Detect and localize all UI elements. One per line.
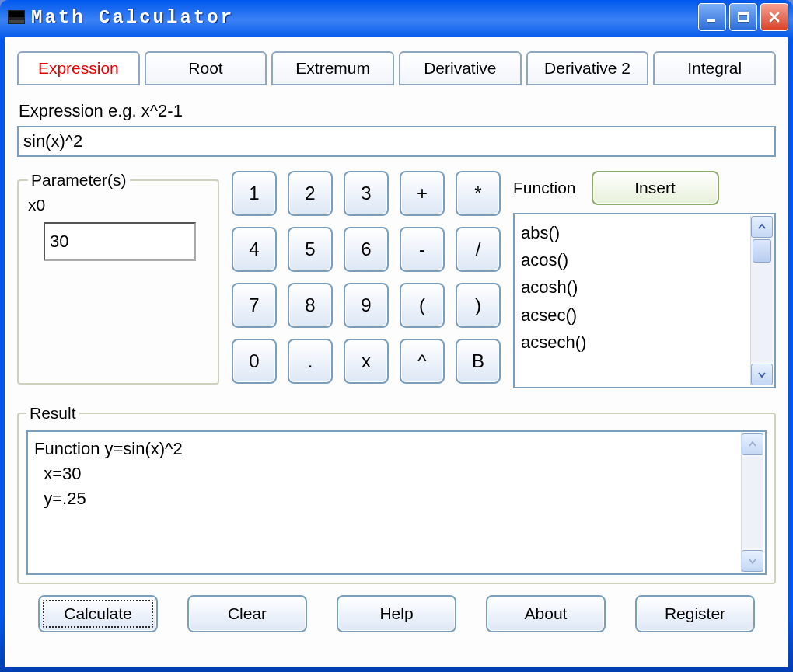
list-item[interactable]: acsec() [521, 301, 768, 329]
parameters-legend: Parameter(s) [28, 171, 130, 190]
tab-bar: ExpressionRootExtremumDerivativeDerivati… [17, 51, 776, 85]
key-1[interactable]: 1 [232, 171, 277, 216]
titlebar[interactable]: Math Calculator [0, 0, 793, 34]
keypad: 123+*456-/789()0.x^B [232, 171, 501, 388]
list-item[interactable]: acsech() [521, 329, 768, 356]
window-title: Math Calculator [31, 7, 698, 28]
x0-input[interactable] [44, 222, 196, 261]
key-5[interactable]: 5 [288, 227, 333, 272]
insert-button[interactable]: Insert [592, 171, 719, 205]
app-icon [8, 10, 25, 24]
key--[interactable]: - [400, 227, 445, 272]
list-item[interactable]: acos() [521, 246, 768, 273]
scroll-down-button[interactable] [751, 364, 773, 385]
tab-derivative[interactable]: Derivative [399, 51, 522, 85]
help-button[interactable]: Help [337, 595, 456, 632]
tab-integral[interactable]: Integral [653, 51, 776, 85]
function-scrollbar[interactable] [750, 216, 773, 385]
expression-label: Expression e.g. x^2-1 [19, 101, 776, 121]
scroll-up-button[interactable] [751, 216, 773, 238]
key-2[interactable]: 2 [288, 171, 333, 216]
chevron-up-icon [748, 440, 757, 449]
result-group: Result Function y=sin(x)^2 x=30 y=.25 [17, 404, 776, 584]
list-item[interactable]: acosh() [521, 273, 768, 301]
key-([interactable]: ( [400, 283, 445, 328]
client-area: ExpressionRootExtremumDerivativeDerivati… [5, 37, 788, 667]
key-4[interactable]: 4 [232, 227, 277, 272]
register-button[interactable]: Register [635, 595, 755, 632]
key-B[interactable]: B [456, 339, 501, 384]
minimize-icon [706, 11, 718, 23]
window-controls [698, 3, 788, 31]
key-.[interactable]: . [288, 339, 333, 384]
tab-expression[interactable]: Expression [17, 51, 140, 85]
maximize-button[interactable] [729, 3, 757, 31]
key-*[interactable]: * [456, 171, 501, 216]
key-+[interactable]: + [400, 171, 445, 216]
key-6[interactable]: 6 [344, 227, 389, 272]
key-9[interactable]: 9 [344, 283, 389, 328]
key-8[interactable]: 8 [288, 283, 333, 328]
close-icon [768, 11, 781, 23]
key-7[interactable]: 7 [232, 283, 277, 328]
function-items: abs()acos()acosh()acsec()acsech() [521, 219, 768, 356]
x0-label: x0 [28, 196, 208, 214]
function-label: Function [513, 179, 576, 197]
chevron-down-icon [757, 370, 767, 379]
result-content: Function y=sin(x)^2 x=30 y=.25 [34, 439, 183, 508]
chevron-up-icon [757, 222, 767, 232]
minimize-button[interactable] [698, 3, 726, 31]
key-)[interactable]: ) [456, 283, 501, 328]
function-panel: Function Insert abs()acos()acosh()acsec(… [513, 171, 776, 388]
result-text[interactable]: Function y=sin(x)^2 x=30 y=.25 [26, 430, 767, 575]
tab-root[interactable]: Root [145, 51, 267, 85]
key-0[interactable]: 0 [232, 339, 277, 384]
close-button[interactable] [760, 3, 788, 31]
result-scrollbar[interactable] [741, 433, 763, 572]
key-^[interactable]: ^ [400, 339, 445, 384]
maximize-icon [737, 11, 749, 23]
parameters-group: Parameter(s) x0 [17, 171, 219, 385]
list-item[interactable]: abs() [521, 219, 768, 246]
about-button[interactable]: About [486, 595, 606, 632]
tab-extremum[interactable]: Extremum [271, 51, 394, 85]
app-window: Math Calculator ExpressionRootExtremumDe… [0, 0, 793, 672]
calculate-button[interactable]: Calculate [38, 595, 158, 632]
chevron-down-icon [748, 556, 757, 566]
scroll-down-button[interactable] [742, 550, 763, 572]
clear-button[interactable]: Clear [187, 595, 307, 632]
bottom-button-bar: Calculate Clear Help About Register [17, 595, 776, 632]
svg-rect-2 [739, 12, 748, 15]
key-x[interactable]: x [344, 339, 389, 384]
svg-rect-0 [707, 19, 715, 22]
scroll-track[interactable] [751, 239, 773, 362]
result-legend: Result [26, 404, 79, 423]
scroll-up-button[interactable] [742, 433, 763, 455]
key-/[interactable]: / [456, 227, 501, 272]
expression-input[interactable] [17, 126, 776, 157]
middle-row: Parameter(s) x0 123+*456-/789()0.x^B Fun… [17, 171, 776, 388]
key-3[interactable]: 3 [344, 171, 389, 216]
function-listbox[interactable]: abs()acos()acosh()acsec()acsech() [513, 213, 776, 388]
scroll-track[interactable] [742, 457, 763, 548]
scroll-thumb[interactable] [753, 239, 771, 263]
tab-derivative-2[interactable]: Derivative 2 [526, 51, 649, 85]
